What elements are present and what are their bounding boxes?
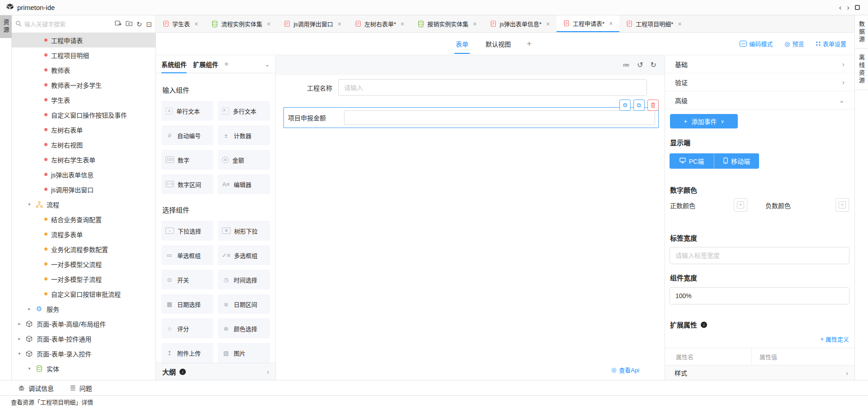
tree-item[interactable]: 学生表 <box>12 92 156 107</box>
props-section-row[interactable]: 基础› <box>665 55 854 73</box>
display-option-pc[interactable]: PC端 <box>670 153 714 169</box>
add-view-icon[interactable]: + <box>527 39 532 49</box>
locate-resource-icon[interactable] <box>115 20 122 28</box>
components-tab[interactable]: 系统组件 <box>161 55 187 73</box>
tree-item[interactable]: 自定义窗口操作按钮及事件 <box>12 107 156 122</box>
close-tab-icon[interactable]: × <box>609 20 613 27</box>
tree-item[interactable]: ▸页面-表单-高级/布局组件 <box>12 316 156 331</box>
component-item-rating[interactable]: ☆评分 <box>161 318 213 338</box>
close-tab-icon[interactable]: × <box>546 20 550 28</box>
tree-item[interactable]: 教师表 <box>12 62 156 77</box>
props-section-row[interactable]: 验证› <box>665 73 854 91</box>
label-width-input[interactable] <box>670 247 849 264</box>
doc-tab[interactable]: 工程申请表*× <box>557 15 619 32</box>
resources-vertical-tab[interactable]: 资源 <box>0 15 12 38</box>
tree-item[interactable]: ▸⚙服务 <box>12 301 156 316</box>
component-item-color-picker[interactable]: ⊛颜色选择 <box>218 318 270 338</box>
doc-tab[interactable]: 报销实例实体集× <box>411 15 483 32</box>
view-tab[interactable]: 表单 <box>454 33 470 55</box>
refresh-icon[interactable]: ↻ <box>137 21 142 28</box>
display-option-mobile[interactable]: 移动端 <box>714 153 759 169</box>
menu-icon[interactable]: ≡ <box>225 61 228 67</box>
tree-item[interactable]: 结合业务查询配置 <box>12 212 156 227</box>
tree-item[interactable]: ▸页面-表单-控件通用 <box>12 331 156 346</box>
component-item-single-line-text[interactable]: A单行文本 <box>161 101 213 121</box>
component-item-number-range[interactable]: 1~3数字区间 <box>161 174 213 194</box>
expand-down-icon[interactable]: ▾ <box>17 351 22 356</box>
collapse-all-icon[interactable]: ⊡ <box>146 21 152 28</box>
add-event-button[interactable]: + 添加事件 ∨ <box>670 114 738 128</box>
doc-tab[interactable]: 左树右表单*× <box>348 15 411 32</box>
doc-tab[interactable]: 流程实例实体集× <box>205 15 277 32</box>
form-settings-button[interactable]: ∷表单设置 <box>816 39 846 48</box>
undo-icon[interactable]: ↺ <box>637 62 643 69</box>
tree-item[interactable]: 左树右学生表单 <box>12 152 156 167</box>
component-width-input[interactable] <box>670 287 849 304</box>
redo-icon[interactable]: ↻ <box>651 62 656 69</box>
expand-down-icon[interactable]: ▾ <box>27 366 32 371</box>
copy-field-button[interactable]: ⧉ <box>633 100 645 111</box>
component-item-dropdown[interactable]: ⌄下拉选择 <box>161 221 213 241</box>
close-tab-icon[interactable]: × <box>678 20 681 28</box>
code-mode-button[interactable]: </>编码模式 <box>740 39 773 48</box>
component-item-auto-number[interactable]: #自动编号 <box>161 125 213 145</box>
view-api-link[interactable]: ◎ 查看Api <box>611 365 639 374</box>
tree-item[interactable]: 一对多模型子流程 <box>12 271 156 286</box>
expand-right-icon[interactable]: ▸ <box>17 321 22 326</box>
bottom-tab-debug[interactable]: 调试信息 <box>18 384 54 393</box>
tree-item[interactable]: 业务化流程参数配置 <box>12 242 156 256</box>
tree-item[interactable]: js弹出表单信息 <box>12 167 156 182</box>
tree-item[interactable]: 工程申请表 <box>12 33 156 47</box>
doc-tab[interactable]: 学生表× <box>156 15 205 32</box>
close-tab-icon[interactable]: × <box>267 20 270 28</box>
tree-item[interactable]: 流程多表单 <box>12 227 156 242</box>
tree-item[interactable]: ▾流程 <box>12 197 156 212</box>
component-item-number[interactable]: 123数字 <box>161 150 213 170</box>
component-item-file-upload[interactable]: ↥附件上传 <box>161 343 213 363</box>
tree-item[interactable]: 自定义窗口按钮审批流程 <box>12 286 156 301</box>
settings-field-button[interactable]: ⚙ <box>619 100 631 111</box>
component-item-editor[interactable]: A≡编辑器 <box>218 174 270 194</box>
negative-color-swatch[interactable]: × <box>835 198 849 212</box>
component-item-date-picker[interactable]: ▦日期选择 <box>161 294 213 314</box>
positive-color-swatch[interactable]: × <box>734 198 747 212</box>
tree-item[interactable]: 工程项目明细 <box>12 47 156 62</box>
expand-right-icon[interactable]: ▸ <box>27 306 32 311</box>
window-icon[interactable] <box>855 5 860 10</box>
doc-tab[interactable]: 工程项目明细*× <box>619 15 688 32</box>
tree-item[interactable]: 左树右视图 <box>12 137 156 152</box>
close-tab-icon[interactable]: × <box>194 20 198 28</box>
right-tab-offline-resources[interactable]: 离线资源 <box>855 49 868 90</box>
declared-amount-input[interactable] <box>344 110 655 125</box>
add-property-definition-link[interactable]: + 属性定义 <box>820 335 849 343</box>
doc-tab[interactable]: js调用弹出窗口× <box>277 15 348 32</box>
add-folder-icon[interactable] <box>126 20 132 28</box>
component-item-checkbox-group[interactable]: ✓≡多选框组 <box>218 245 270 265</box>
view-tab[interactable]: 默认视图 <box>484 33 512 55</box>
component-item-image[interactable]: ▧图片 <box>218 343 270 363</box>
preview-button[interactable]: ◎预览 <box>784 39 804 48</box>
outline-bar[interactable]: 大纲 i › <box>156 363 275 380</box>
doc-tab[interactable]: js弹出表单信息*× <box>483 15 557 32</box>
outline-icon[interactable]: ≔ <box>623 62 630 69</box>
component-item-radio-group[interactable]: ≔单选框组 <box>161 245 213 265</box>
tree-item[interactable]: ▾页面-表单-录入控件 <box>12 346 156 361</box>
right-tab-data-source[interactable]: 数据源 <box>855 15 868 49</box>
component-item-counter[interactable]: ±计数器 <box>218 125 270 145</box>
selected-field[interactable]: 项目申报金额 <box>283 107 659 128</box>
component-item-multi-line-text[interactable]: A多行文本 <box>218 101 270 121</box>
history-forward-icon[interactable]: › <box>847 4 849 11</box>
component-item-switch[interactable]: ⊙开关 <box>161 270 213 289</box>
tree-item[interactable]: 左树右表单 <box>12 122 156 137</box>
tree-item[interactable]: js调用弹出窗口 <box>12 182 156 197</box>
expand-down-icon[interactable]: ▾ <box>27 202 32 207</box>
component-item-time-picker[interactable]: ◷时间选择 <box>218 270 270 289</box>
tree-item[interactable]: ▾实体 <box>12 361 156 376</box>
close-tab-icon[interactable]: × <box>473 20 476 28</box>
history-back-icon[interactable]: ‹ <box>839 4 842 11</box>
search-input[interactable] <box>24 21 112 28</box>
delete-field-button[interactable] <box>647 100 659 111</box>
props-section-row[interactable]: 高级⌄ <box>665 91 854 109</box>
close-tab-icon[interactable]: × <box>338 20 341 28</box>
component-item-money[interactable]: ¥金额 <box>218 150 270 170</box>
